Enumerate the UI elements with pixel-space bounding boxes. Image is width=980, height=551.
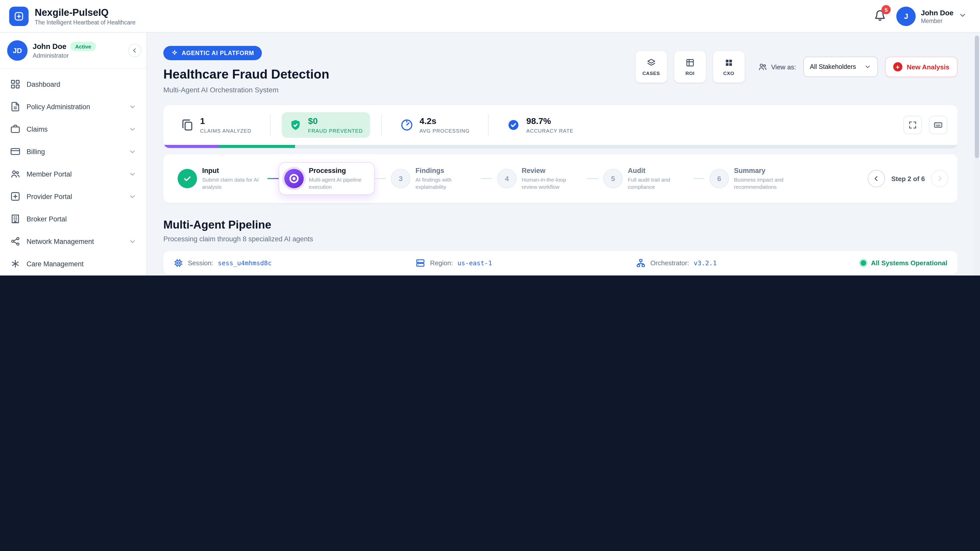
dashboard-icon	[10, 79, 21, 89]
sidebar-item-claims[interactable]: Claims	[5, 119, 142, 139]
server-icon	[416, 259, 425, 268]
view-as-group: View as:	[758, 62, 796, 71]
previous-step-button[interactable]	[868, 170, 885, 187]
header-controls: CASES ROI CXO View as: All Stakeholders	[635, 51, 958, 83]
users-icon	[10, 169, 21, 179]
view-as-label: View as:	[771, 63, 796, 71]
kpi-fraud-prevented: $0 FRAUD PREVENTED	[282, 112, 370, 138]
next-step-button[interactable]	[931, 170, 948, 187]
app-logo-icon	[9, 6, 29, 26]
session-id: Session: sess_u4mhmsd8c	[173, 259, 272, 268]
notifications-button[interactable]: 5	[874, 9, 886, 23]
sidebar-nav: Dashboard Policy Administration Claims B…	[0, 69, 146, 275]
orchestrator-version: Orchestrator: v3.2.1	[636, 259, 717, 268]
pipeline-subtitle: Processing claim through 8 specialized A…	[163, 235, 958, 243]
chevron-left-icon	[873, 175, 881, 183]
sidebar-collapse-button[interactable]	[128, 44, 142, 57]
kpi-summary-card: 1 CLAIMS ANALYZED $0 FRAUD PREVENTED	[163, 105, 958, 148]
sidebar-user-role: Administrator	[33, 52, 96, 59]
chevron-down-icon	[129, 125, 136, 133]
sidebar: JD John Doe Active Administrator Dashboa…	[0, 33, 147, 275]
sidebar-user-card: JD John Doe Active Administrator	[0, 33, 146, 69]
chevron-down-icon	[129, 103, 136, 110]
step-summary[interactable]: 6 Summary Business impact and recommenda…	[704, 163, 799, 195]
grid-icon	[724, 58, 733, 67]
chevron-right-icon	[935, 175, 944, 183]
sidebar-user-name: John Doe	[33, 42, 66, 51]
user-name: John Doe	[921, 8, 953, 17]
keyboard-icon	[934, 121, 943, 130]
pipeline-title: Multi-Agent Pipeline	[163, 219, 958, 232]
main-content: AGENTIC AI PLATFORM Healthcare Fraud Det…	[147, 33, 973, 275]
kpi-claims-analyzed: 1 CLAIMS ANALYZED	[173, 112, 259, 138]
sidebar-item-dashboard[interactable]: Dashboard	[5, 74, 142, 94]
brand: Nexgile-PulseIQ The Intelligent Heartbea…	[9, 6, 135, 26]
chevron-down-icon	[129, 170, 136, 178]
sidebar-item-policy-administration[interactable]: Policy Administration	[5, 97, 142, 117]
sparkle-icon	[171, 49, 178, 57]
region-info: Region: us-east-1	[416, 259, 492, 268]
platform-badge: AGENTIC AI PLATFORM	[163, 46, 262, 60]
sidebar-item-network-management[interactable]: Network Management	[5, 231, 142, 251]
kpi-avg-processing: 4.2s AVG PROCESSING	[393, 112, 477, 138]
sidebar-item-broker-portal[interactable]: Broker Portal	[5, 209, 142, 229]
keyboard-shortcuts-button[interactable]	[929, 116, 947, 134]
document-icon	[10, 102, 21, 112]
workflow-stepper: Input Submit claim data for AI analysis …	[163, 154, 958, 203]
target-icon	[284, 169, 304, 188]
check-icon	[178, 169, 197, 188]
scrollbar-thumb[interactable]	[975, 36, 979, 158]
app-tagline: The Intelligent Heartbeat of Healthcare	[35, 19, 135, 25]
plus-circle-icon: +	[893, 62, 902, 71]
system-status: All Systems Operational	[861, 259, 947, 267]
chevron-down-icon	[129, 148, 136, 156]
app-title: Nexgile-PulseIQ	[35, 7, 135, 18]
gauge-icon	[400, 118, 414, 132]
credit-card-icon	[10, 146, 21, 157]
notification-badge: 5	[881, 5, 891, 14]
topbar-right: 5 J John Doe Member	[874, 6, 967, 26]
files-icon	[181, 118, 194, 132]
kpi-accuracy-rate: 98.7% ACCURACY RATE	[500, 112, 581, 138]
expand-icon	[908, 121, 917, 130]
user-menu[interactable]: J John Doe Member	[896, 6, 967, 26]
sidebar-item-member-portal[interactable]: Member Portal	[5, 164, 142, 184]
step-review[interactable]: 4 Review Human-in-the-loop review workfl…	[492, 163, 587, 195]
step-processing[interactable]: Processing Multi-agent AI pipeline execu…	[279, 162, 375, 195]
roi-button[interactable]: ROI	[674, 51, 706, 83]
cpu-icon	[173, 259, 183, 268]
chevron-down-icon	[864, 63, 871, 70]
step-input[interactable]: Input Submit claim data for AI analysis	[172, 163, 267, 195]
status-dot-icon	[861, 260, 866, 266]
chevron-down-icon	[959, 11, 967, 21]
cases-button[interactable]: CASES	[635, 51, 667, 83]
topbar: Nexgile-PulseIQ The Intelligent Heartbea…	[0, 0, 980, 33]
cxo-button[interactable]: CXO	[713, 51, 745, 83]
page-subtitle: Multi-Agent AI Orchestration System	[163, 86, 329, 94]
stakeholder-select[interactable]: All Stakeholders	[803, 57, 878, 77]
fullscreen-button[interactable]	[904, 116, 922, 134]
users-icon	[758, 62, 767, 71]
workflow-progress-strip	[163, 145, 958, 148]
table-icon	[686, 58, 695, 67]
sidebar-item-care-management[interactable]: Care Management	[5, 254, 142, 274]
vertical-scrollbar[interactable]	[974, 34, 980, 275]
shield-icon	[289, 118, 302, 132]
sidebar-item-provider-portal[interactable]: Provider Portal	[5, 186, 142, 206]
sidebar-item-billing[interactable]: Billing	[5, 141, 142, 162]
network-icon	[10, 236, 21, 246]
chevron-down-icon	[129, 192, 136, 200]
step-audit[interactable]: 5 Audit Full audit trail and compliance	[598, 163, 693, 195]
step-indicator: Step 2 of 6	[891, 175, 925, 183]
avatar: J	[896, 6, 916, 26]
briefcase-icon	[10, 124, 21, 134]
plus-square-icon	[10, 191, 21, 202]
building-icon	[10, 214, 21, 224]
new-analysis-button[interactable]: + New Analysis	[885, 57, 958, 77]
step-findings[interactable]: 3 Findings AI findings with explainabili…	[386, 163, 481, 195]
user-role: Member	[921, 17, 953, 24]
app-root: Nexgile-PulseIQ The Intelligent Heartbea…	[0, 0, 980, 275]
status-badge: Active	[70, 42, 96, 51]
layers-icon	[647, 58, 656, 67]
care-icon	[10, 259, 21, 269]
